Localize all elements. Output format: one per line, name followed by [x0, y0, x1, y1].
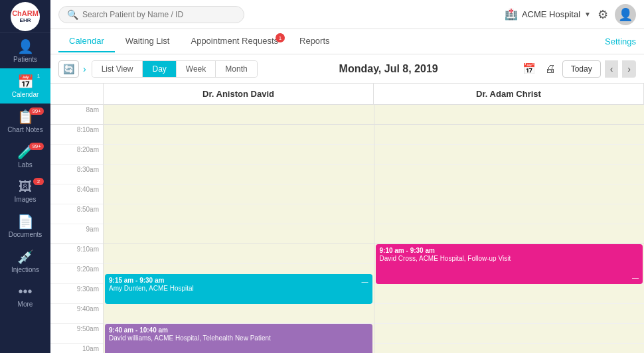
- calendar-icon: 📅: [17, 74, 34, 90]
- sidebar-label-more: More: [18, 301, 33, 308]
- sidebar-label-injections: Injections: [11, 266, 39, 273]
- sidebar: ChARM EHR 👤 Patients 1 📅 Calendar 99+ 📋 …: [0, 0, 50, 353]
- time-850: 8:50am: [50, 204, 103, 224]
- sidebar-label-chartnotes: Chart Notes: [7, 126, 42, 133]
- tab-calendar[interactable]: Calendar: [58, 31, 115, 52]
- sidebar-label-documents: Documents: [9, 231, 42, 238]
- search-icon: 🔍: [67, 9, 78, 20]
- view-tab-listview[interactable]: List View: [92, 61, 143, 77]
- refresh-button[interactable]: 🔄: [58, 60, 79, 78]
- calendar-grid-icon[interactable]: 📅: [520, 61, 538, 76]
- hospital-info: 🏥 ACME Hospital ▼: [505, 8, 591, 21]
- labs-badge: 99+: [29, 143, 44, 150]
- settings-link[interactable]: Settings: [605, 36, 636, 46]
- time-910: 9:10am: [50, 244, 103, 264]
- gear-icon[interactable]: ⚙: [598, 7, 608, 22]
- doctor-header-aniston: Dr. Aniston David: [104, 84, 374, 104]
- time-930: 9:30am: [50, 284, 103, 304]
- doctor-columns: 9:15 am - 9:30 am Amy Dunten, ACME Hospi…: [104, 105, 644, 353]
- main-content: 🔍 🏥 ACME Hospital ▼ ⚙ 👤 Calendar Waiting…: [50, 0, 644, 353]
- appt-dash-icon[interactable]: —: [362, 278, 368, 285]
- sidebar-item-injections[interactable]: 💉 Injections: [0, 244, 50, 279]
- search-input[interactable]: [82, 10, 236, 19]
- calendar-badge: 1: [33, 72, 44, 80]
- doctor-col-aniston: 9:15 am - 9:30 am Amy Dunten, ACME Hospi…: [104, 105, 374, 353]
- hospital-icon: 🏥: [505, 8, 518, 21]
- search-box[interactable]: 🔍: [58, 6, 244, 23]
- sidebar-item-images[interactable]: 2 🖼 Images: [0, 174, 50, 208]
- cal-controls: 🔄 › List View Day Week Month Monday, Jul…: [50, 54, 644, 84]
- calendar-nav-icon[interactable]: 🔄 ›: [58, 60, 86, 78]
- chevron-right-small-icon[interactable]: ›: [83, 64, 86, 74]
- sidebar-label-patients: Patients: [13, 56, 37, 63]
- patients-icon: 👤: [17, 38, 34, 54]
- sidebar-logo: ChARM EHR: [0, 0, 50, 33]
- sidebar-label-labs: Labs: [18, 161, 33, 169]
- nav-tabs: Calendar Waiting List Appointment Reques…: [50, 29, 644, 54]
- time-column: 8am 8:10am 8:20am 8:30am 8:40am 8:50am 9…: [50, 105, 104, 353]
- time-830: 8:30am: [50, 165, 103, 184]
- prev-day-button[interactable]: ‹: [605, 60, 619, 78]
- images-icon: 🖼: [19, 179, 32, 194]
- time-820: 8:20am: [50, 145, 103, 165]
- time-950: 9:50am: [50, 324, 103, 344]
- injections-icon: 💉: [17, 249, 34, 265]
- topbar: 🔍 🏥 ACME Hospital ▼ ⚙ 👤: [50, 0, 644, 29]
- images-badge: 2: [33, 178, 44, 185]
- documents-icon: 📄: [17, 214, 34, 230]
- today-button[interactable]: Today: [562, 60, 601, 78]
- sidebar-item-labs[interactable]: 99+ 🧪 Labs: [0, 139, 50, 174]
- view-tab-week[interactable]: Week: [177, 61, 216, 77]
- cal-right: 📅 🖨 Today ‹ ›: [520, 60, 636, 78]
- time-920: 9:20am: [50, 264, 103, 284]
- time-840: 8:40am: [50, 184, 103, 204]
- appointment-david-cross[interactable]: 9:10 am - 9:30 am David Cross, ACME Hosp…: [376, 244, 643, 284]
- next-day-button[interactable]: ›: [622, 60, 636, 78]
- time-9am: 9am: [50, 224, 103, 244]
- chartnotes-badge: 99+: [29, 107, 44, 115]
- calendar-body: 8am 8:10am 8:20am 8:30am 8:40am 8:50am 9…: [50, 105, 644, 353]
- time-col-header: [50, 84, 104, 104]
- calendar-grid: Dr. Aniston David Dr. Adam Christ 8am 8:…: [50, 84, 644, 353]
- tab-reports[interactable]: Reports: [289, 31, 341, 52]
- avatar: 👤: [615, 4, 636, 25]
- date-title: Monday, Jul 8, 2019: [263, 63, 515, 75]
- appointment-requests-badge: 1: [276, 33, 285, 42]
- time-810: 8:10am: [50, 125, 103, 145]
- sidebar-item-patients[interactable]: 👤 Patients: [0, 33, 50, 68]
- tab-waitinglist[interactable]: Waiting List: [115, 31, 181, 52]
- sidebar-item-documents[interactable]: 📄 Documents: [0, 208, 50, 244]
- logo[interactable]: ChARM EHR: [11, 2, 40, 31]
- view-tab-month[interactable]: Month: [216, 61, 256, 77]
- time-940: 9:40am: [50, 304, 103, 324]
- time-8am: 8am: [50, 105, 103, 125]
- time-10am: 10am: [50, 344, 103, 353]
- topbar-right: 🏥 ACME Hospital ▼ ⚙ 👤: [505, 4, 636, 25]
- sidebar-item-more[interactable]: ••• More: [0, 279, 50, 313]
- doctor-col-adam: 9:10 am - 9:30 am David Cross, ACME Hosp…: [374, 105, 645, 353]
- sidebar-label-calendar: Calendar: [12, 91, 39, 98]
- appt-dash2-icon[interactable]: —: [632, 274, 639, 281]
- hospital-dropdown-icon[interactable]: ▼: [584, 11, 591, 18]
- sidebar-item-chartnotes[interactable]: 99+ 📋 Chart Notes: [0, 104, 50, 139]
- sidebar-label-images: Images: [15, 196, 37, 203]
- avatar-icon: 👤: [618, 7, 633, 22]
- view-tab-day[interactable]: Day: [143, 61, 176, 77]
- sidebar-item-calendar[interactable]: 1 📅 Calendar: [0, 68, 50, 104]
- view-tabs: List View Day Week Month: [92, 60, 258, 78]
- calendar-header-row: Dr. Aniston David Dr. Adam Christ: [50, 84, 644, 105]
- logo-ehr-text: EHR: [20, 17, 31, 23]
- doctor-header-adam: Dr. Adam Christ: [374, 84, 644, 104]
- more-icon: •••: [18, 284, 32, 299]
- appointment-david-williams[interactable]: 9:40 am - 10:40 am David williams, ACME …: [105, 324, 372, 353]
- hospital-name: ACME Hospital: [522, 9, 580, 19]
- tab-appointmentrequests[interactable]: Appointment Requests 1: [180, 31, 289, 52]
- logo-charm-text: ChARM: [12, 10, 39, 17]
- print-icon[interactable]: 🖨: [542, 62, 558, 76]
- appointment-amy-dunten[interactable]: 9:15 am - 9:30 am Amy Dunten, ACME Hospi…: [105, 274, 372, 304]
